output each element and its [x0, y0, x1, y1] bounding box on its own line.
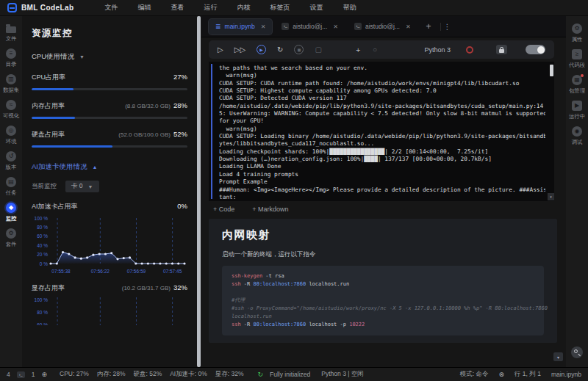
svg-text:20 %: 20 % — [37, 252, 48, 257]
terminal-icon[interactable]: ›_ — [17, 371, 25, 378]
cpu-section-header[interactable]: CPU使用情况 ▼ — [32, 52, 187, 62]
menu-item-5[interactable]: 标签页 — [270, 3, 290, 12]
active-cell-indicator — [211, 64, 212, 199]
kernel-busy-indicator — [466, 46, 473, 54]
restart-kernel-button[interactable]: ↻ — [277, 46, 283, 54]
notifications-icon[interactable]: ⊗ — [498, 371, 504, 378]
menu-item-3[interactable]: 运行 — [204, 3, 217, 12]
target-icon[interactable]: ⊕ — [41, 371, 47, 378]
sidebar-item-dataset[interactable]: ▥数据集 — [2, 74, 20, 94]
meter-cpu: CPU占用率27% — [32, 73, 187, 90]
code-token: 10222 — [349, 322, 365, 327]
sidebar-item-files[interactable]: 文件 — [5, 23, 17, 43]
tabbar: ≣main.ipynb✕›_aistudio@j...✕›_aistudio@j… — [201, 16, 566, 37]
svg-text:100 %: 100 % — [35, 216, 49, 221]
code-token: ssh — [232, 281, 241, 287]
disk-value: 52% — [173, 130, 187, 138]
monitor-label: 当前监控 — [32, 182, 57, 191]
toc-label: 目录 — [6, 60, 17, 68]
restart-run-button[interactable]: ▶ — [257, 45, 266, 54]
sidebar-item-properties[interactable]: ⚙属性 — [571, 23, 583, 43]
add-code-button[interactable]: + Code — [213, 206, 234, 213]
sidebar-item-visualization[interactable]: ≈可视化 — [2, 100, 20, 120]
packages-label: 包管理 — [569, 87, 585, 94]
code-token: -R — [241, 281, 254, 287]
code-line — [232, 289, 534, 297]
run-all-button[interactable]: ▷▷ — [234, 46, 245, 54]
output-line: CUDA SETUP: Detected CUDA version 117 — [219, 95, 545, 102]
status-count-b[interactable]: 1 — [32, 371, 35, 378]
running-label: 运行中 — [569, 112, 585, 120]
output-line: /home/aistudio/.data/webide/pip/lib/pyth… — [219, 103, 545, 110]
new-tab-button[interactable]: + — [420, 21, 437, 32]
notebook-area: ≣main.ipynb✕›_aistudio@j...✕›_aistudio@j… — [201, 16, 566, 367]
code-token: -R — [241, 322, 254, 327]
debug-icon: ◉ — [572, 126, 582, 137]
menu-item-2[interactable]: 查看 — [171, 3, 184, 12]
kernel-busy-button[interactable]: ○ — [373, 46, 377, 54]
notebook-scroll-down-button[interactable]: ▾ — [553, 352, 563, 361]
lock-icon[interactable] — [496, 45, 507, 54]
ai-section-header[interactable]: AI加速卡使用情况 ▲ — [32, 162, 187, 172]
sidebar-item-debug[interactable]: ◉调试 — [571, 126, 583, 146]
menu-items: 文件编辑查看运行内核标签页设置帮助 — [104, 3, 356, 12]
ai-util-label: AI加速卡占用率 — [32, 202, 78, 211]
tab-main-ipynb[interactable]: ≣main.ipynb✕ — [209, 19, 272, 35]
code-token: 80:localhost:7860 — [254, 322, 306, 327]
menu-item-1[interactable]: 编辑 — [137, 3, 151, 12]
svg-text:07:56:59: 07:56:59 — [127, 269, 146, 274]
card-select-dropdown[interactable]: 卡 0 ▼ — [65, 181, 99, 192]
sidebar-item-tasks[interactable]: ▤任务 — [5, 177, 17, 197]
toolbar-toggle[interactable] — [526, 45, 545, 54]
kernel-name[interactable]: Python 3 — [424, 46, 451, 54]
environment-icon: ◎ — [6, 126, 16, 136]
tab-label: aistudio@j... — [365, 23, 400, 30]
sidebar-item-packages[interactable]: ▦包管理 — [568, 75, 586, 95]
panel-scrollbar[interactable] — [197, 16, 201, 367]
sidebar-item-running[interactable]: ▶运行中 — [568, 101, 586, 120]
sidebar-item-suite[interactable]: ⚙套件 — [5, 228, 17, 248]
notebook-toolbar: ▷▷▷▶↻◼▢＋○ Python 3 — [209, 40, 554, 59]
meter-memory: 内存占用率(8.8 GB/32.0 GB)28% — [32, 101, 187, 119]
add-cell-button[interactable]: ＋ — [354, 46, 362, 54]
output-line: ###Human: <Img><ImageHere></Img> Please … — [219, 186, 545, 194]
run-button[interactable]: ▷ — [218, 46, 223, 54]
tab-aistudio-j---[interactable]: ›_aistudio@j...✕ — [275, 19, 345, 35]
sync-icon: ↻ — [258, 371, 264, 378]
search-icon[interactable] — [571, 346, 583, 358]
add-markdown-button[interactable]: + Markdown — [252, 206, 288, 213]
cpu-label: CPU占用率 — [32, 73, 65, 82]
disk-row: 硬盘占用率(52.0 GB/100.0 GB)52% — [32, 130, 187, 139]
output-line: Loading checkpoint shards: 100%|████████… — [219, 148, 545, 156]
save-button[interactable]: ▢ — [315, 46, 321, 54]
markdown-cell[interactable]: 内网映射 启动一个新的终端，运行以下指令 ssh-keygen -t rsass… — [209, 219, 557, 343]
cpu-right: 27% — [173, 73, 187, 81]
menu-item-6[interactable]: 设置 — [309, 3, 323, 12]
close-icon[interactable]: ✕ — [406, 23, 411, 30]
memory-detail: (8.8 GB/32.0 GB) — [125, 103, 171, 109]
output-scroll-down-button[interactable]: ▾ — [548, 193, 554, 200]
sidebar-item-version[interactable]: ↺版本 — [5, 151, 17, 171]
vram-label: 显存占用率 — [32, 283, 65, 293]
status-kernel[interactable]: Python 3 | 空闲 — [321, 370, 363, 379]
interrupt-button[interactable]: ◼ — [294, 45, 304, 54]
tab-aistudio-j---[interactable]: ›_aistudio@j...✕ — [348, 19, 417, 35]
sidebar-item-monitor[interactable]: ◆监控 — [5, 203, 17, 222]
code-token: ssh-keygen — [232, 273, 262, 279]
close-icon[interactable]: ✕ — [261, 23, 266, 30]
status-cursor-position[interactable]: 行 1, 列 1 — [514, 370, 541, 379]
status-filename: main.ipynb — [551, 371, 581, 378]
sidebar-item-toc[interactable]: ≡目录 — [5, 48, 17, 68]
tab-more-button[interactable]: ⋮ — [440, 23, 454, 31]
menu-item-0[interactable]: 文件 — [104, 3, 118, 12]
output-scrollbar[interactable] — [550, 65, 553, 76]
status-memory: 内存: 28% — [97, 370, 126, 379]
close-icon[interactable]: ✕ — [333, 23, 338, 30]
sidebar-item-snippets[interactable]: ≥代码段 — [568, 49, 586, 69]
menu-item-7[interactable]: 帮助 — [343, 3, 356, 12]
toolbar-buttons: ▷▷▷▶↻◼▢＋○ — [218, 45, 377, 54]
sidebar-item-environment[interactable]: ◎环境 — [5, 126, 17, 145]
status-count-a[interactable]: 4 — [7, 371, 10, 378]
terminal-icon: ›_ — [282, 23, 289, 30]
menu-item-4[interactable]: 内核 — [237, 3, 250, 12]
